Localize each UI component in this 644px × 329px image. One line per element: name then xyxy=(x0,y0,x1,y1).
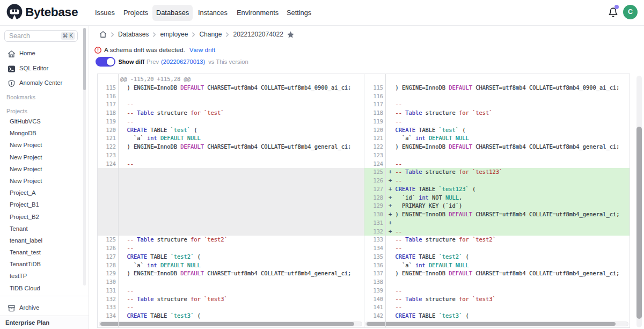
project-item[interactable]: Tenant_test xyxy=(0,246,80,258)
sidebar-item-anomaly-center[interactable]: Anomaly Center xyxy=(0,78,86,90)
diff-line: 115 ) ENGINE=InnoDB DEFAULT CHARSET=utf8… xyxy=(364,84,630,92)
line-number: 117 xyxy=(364,100,383,109)
show-diff-toggle[interactable] xyxy=(96,57,115,67)
right-hscrollbar-thumb[interactable] xyxy=(367,322,616,326)
breadcrumb-item[interactable]: Change xyxy=(199,31,222,38)
diff-line: 125 -- Table structure for `test2` xyxy=(98,236,364,244)
terminal-icon xyxy=(8,65,16,73)
notification-dot xyxy=(614,5,619,9)
project-item[interactable]: GitHubVCS xyxy=(0,115,80,127)
sidebar-section-bookmarks: Bookmarks xyxy=(6,94,35,100)
breadcrumb-home-icon[interactable] xyxy=(99,31,107,38)
view-drift-link[interactable]: View drift xyxy=(189,46,215,54)
line-number: 140 xyxy=(364,295,383,304)
sidebar-item-label: Home xyxy=(19,50,35,56)
diff-line: 142 CREATE TABLE `test3` ( xyxy=(364,312,630,320)
diff-line xyxy=(364,75,630,84)
project-item[interactable]: Tenant xyxy=(0,223,80,235)
line-number: 137 xyxy=(364,269,383,278)
star-button[interactable] xyxy=(287,31,295,39)
notifications-bell-button[interactable] xyxy=(606,6,619,19)
bytebase-logo-icon[interactable] xyxy=(6,4,23,20)
line-number: 119 xyxy=(364,118,383,126)
line-number: 121 xyxy=(98,134,116,143)
nav-item-instances[interactable]: Instances xyxy=(194,5,231,21)
project-item[interactable]: testTP xyxy=(0,270,80,282)
diff-line: 122 ) ENGINE=InnoDB DEFAULT CHARSET=utf8… xyxy=(364,143,630,151)
diff-line: 120 CREATE TABLE `test` ( xyxy=(364,126,630,135)
diff-line: 117 -- xyxy=(364,100,630,109)
plan-bar: Enterprise Plan xyxy=(0,316,89,329)
line-number: 127 xyxy=(364,185,383,194)
diff-line: 135 CREATE TABLE `test2` ( xyxy=(364,253,630,261)
diff-line: 131 -- xyxy=(98,287,364,295)
line-number: 118 xyxy=(98,109,116,118)
diff-line: 116 xyxy=(98,92,364,101)
line-number: 126 xyxy=(364,177,383,185)
line-number: 142 xyxy=(364,312,383,320)
toggle-knob xyxy=(107,58,114,65)
nav-item-projects[interactable]: Projects xyxy=(120,5,152,21)
project-item[interactable]: Project_B2 xyxy=(0,211,80,223)
schema-diff-view: @@ -115,20 +115,28 @@115 ) ENGINE=InnoDB… xyxy=(97,74,630,328)
diff-line: 134 CREATE TABLE `test3` ( xyxy=(98,312,364,320)
chevron-right-icon xyxy=(191,32,196,37)
project-item[interactable]: New Project xyxy=(0,151,80,163)
sidebar-item-archive[interactable]: Archive xyxy=(0,303,86,315)
line-number: 127 xyxy=(98,253,116,261)
project-item[interactable]: New Project xyxy=(0,163,80,175)
project-item[interactable]: TenantTiDB xyxy=(0,258,80,270)
diff-line: 139 -- xyxy=(364,287,630,295)
line-number: 134 xyxy=(364,244,383,253)
diff-line: 137 ) ENGINE=InnoDB DEFAULT CHARSET=utf8… xyxy=(364,269,630,278)
project-item[interactable]: Project_A xyxy=(0,187,80,199)
nav-item-databases[interactable]: Databases xyxy=(152,5,193,21)
nav-item-environments[interactable]: Environments xyxy=(233,5,282,21)
breadcrumb-item[interactable]: Databases xyxy=(118,31,149,38)
chevron-right-icon xyxy=(110,32,115,37)
project-item[interactable]: TiDB Cloud xyxy=(0,282,80,294)
diff-line: 118 -- Table structure for `test` xyxy=(364,109,630,118)
breadcrumb-item[interactable]: 20221202074022 xyxy=(233,31,283,38)
diff-line: 123 xyxy=(98,151,364,160)
diff-line: 116 xyxy=(364,92,630,101)
diff-line-added: 132+ -- xyxy=(364,228,630,236)
line-number: 120 xyxy=(98,126,116,135)
avatar[interactable]: C xyxy=(623,5,638,19)
star-icon xyxy=(287,31,295,39)
line-number: 133 xyxy=(364,236,383,244)
project-item[interactable]: Project_B1 xyxy=(0,199,80,210)
project-item[interactable]: New Project xyxy=(0,139,80,151)
project-item[interactable]: New Project xyxy=(0,175,80,187)
vscrollbar-thumb[interactable] xyxy=(636,127,642,319)
search-input[interactable] xyxy=(9,31,60,41)
diff-line: 140 -- Table structure for `test3` xyxy=(364,295,630,304)
line-number: 128 xyxy=(364,194,383,202)
diff-line: 123 xyxy=(364,151,630,160)
project-item[interactable]: tenant_label xyxy=(0,235,80,246)
diff-line: 117 -- xyxy=(98,100,364,109)
left-hscrollbar-thumb[interactable] xyxy=(100,322,354,326)
line-number: 123 xyxy=(364,151,383,160)
brand-wordmark[interactable]: Bytebase xyxy=(25,5,78,19)
line-number: 121 xyxy=(364,134,383,143)
breadcrumb-item[interactable]: employee xyxy=(160,31,188,38)
sidebar-item-home[interactable]: Home xyxy=(0,48,86,60)
project-item[interactable]: MongoDB xyxy=(0,127,80,139)
diff-line: 118 -- Table structure for `test` xyxy=(98,109,364,118)
sidebar-scrollbar-thumb[interactable] xyxy=(83,28,86,90)
line-number: 132 xyxy=(364,228,383,236)
prev-version-link[interactable]: (202206270013) xyxy=(161,59,205,65)
sidebar: ⌘ K Home SQL Editor Anomaly Center xyxy=(0,26,89,329)
line-number: 132 xyxy=(98,295,116,304)
line-number: 126 xyxy=(98,244,116,253)
sidebar-item-label: SQL Editor xyxy=(19,65,48,71)
nav-item-issues[interactable]: Issues xyxy=(91,5,119,21)
diff-filler-block xyxy=(98,168,364,236)
nav-item-settings[interactable]: Settings xyxy=(283,5,315,21)
diff-line: 132 -- Table structure for `test3` xyxy=(98,295,364,304)
line-number: 122 xyxy=(98,143,116,151)
diff-line: 115 ) ENGINE=InnoDB DEFAULT CHARSET=utf8… xyxy=(98,84,364,92)
diff-left-pane: @@ -115,20 +115,28 @@115 ) ENGINE=InnoDB… xyxy=(98,75,364,320)
sidebar-item-sql-editor[interactable]: SQL Editor xyxy=(0,63,86,75)
